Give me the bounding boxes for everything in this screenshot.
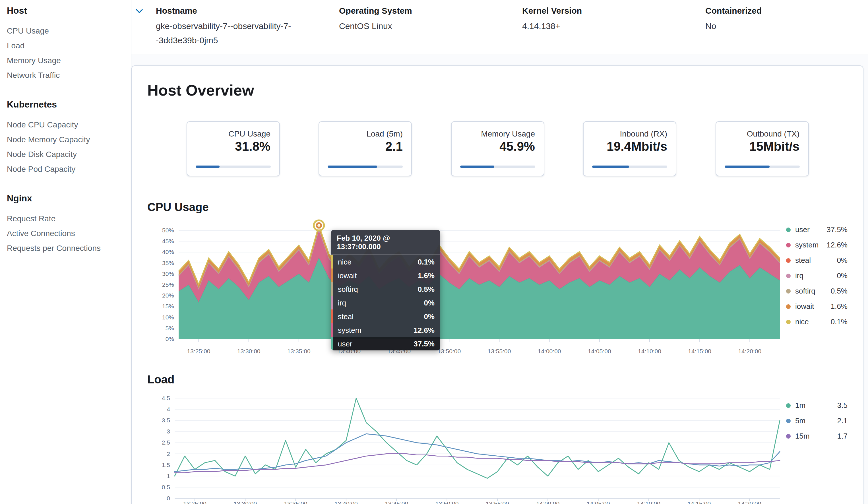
cpu-usage-chart[interactable]: 0%5%10%15%20%25%30%35%40%45%50%13:25:001… [147, 221, 848, 362]
page-title: Host Overview [147, 82, 254, 100]
load-plot[interactable]: 00.511.522.533.544.513:25:0013:30:0013:3… [147, 392, 796, 504]
tooltip-row-system: system12.6% [331, 323, 440, 337]
sidebar-item-node-cpu-capacity[interactable]: Node CPU Capacity [7, 117, 124, 132]
metadata-value: CentOS Linux [339, 19, 503, 33]
tooltip-series-name: user [338, 339, 352, 348]
sidebar-item-network-traffic[interactable]: Network Traffic [7, 68, 124, 82]
metric-progress-track [592, 166, 667, 168]
metadata-fields: Hostnamegke-observability-7--observabili… [156, 4, 868, 47]
svg-text:3: 3 [167, 428, 170, 435]
legend-item-steal[interactable]: steal0% [786, 255, 848, 266]
tooltip-row-nice: nice0.1% [331, 255, 440, 268]
svg-text:13:55:00: 13:55:00 [486, 500, 509, 504]
tooltip-row-softirq: softirq0.5% [331, 282, 440, 296]
legend-value: 37.5% [822, 224, 848, 235]
svg-text:4.5: 4.5 [162, 395, 170, 401]
sidebar-item-cpu-usage[interactable]: CPU Usage [7, 23, 124, 38]
legend-dot-icon [786, 403, 790, 408]
series-color-stripe [331, 282, 333, 296]
legend-item-irq[interactable]: irq0% [786, 270, 848, 281]
svg-text:5%: 5% [166, 325, 174, 331]
cpu-chart-legend: user37.5%system12.6%steal0%irq0%softirq0… [786, 224, 848, 327]
sidebar-item-node-disk-capacity[interactable]: Node Disk Capacity [7, 147, 124, 162]
metric-progress-fill [724, 166, 769, 168]
metadata-label: Operating System [339, 4, 508, 17]
svg-text:13:25:00: 13:25:00 [187, 348, 210, 354]
tooltip-row-steal: steal0% [331, 309, 440, 323]
metadata-field-kernel-version: Kernel Version4.14.138+ [522, 4, 705, 47]
legend-name: system [795, 239, 818, 250]
cpu-usage-plot[interactable]: 0%5%10%15%20%25%30%35%40%45%50%13:25:001… [147, 221, 796, 360]
series-color-stripe [331, 255, 333, 268]
legend-dot-icon [786, 319, 790, 324]
sidebar-item-node-memory-capacity[interactable]: Node Memory Capacity [7, 132, 124, 147]
series-color-stripe [331, 309, 333, 323]
sidebar-item-request-rate[interactable]: Request Rate [7, 211, 124, 226]
legend-item-nice[interactable]: nice0.1% [786, 316, 848, 327]
legend-item-user[interactable]: user37.5% [786, 224, 848, 235]
legend-item-5m[interactable]: 5m2.1 [786, 415, 848, 426]
legend-value: 0.1% [826, 316, 848, 327]
series-color-stripe [331, 323, 333, 337]
sidebar-heading-kubernetes: Kubernetes [7, 100, 124, 110]
legend-name: 15m [795, 431, 810, 441]
collapse-metadata-chevron-down-icon[interactable] [135, 6, 144, 16]
metric-value: 45.9% [460, 140, 535, 154]
metric-label: CPU Usage [195, 129, 270, 138]
svg-text:40%: 40% [162, 249, 174, 255]
svg-text:20%: 20% [162, 292, 174, 299]
sidebar-item-active-connections[interactable]: Active Connections [7, 226, 124, 240]
series-color-stripe [331, 337, 333, 350]
metric-label: Memory Usage [460, 129, 535, 138]
legend-dot-icon [786, 289, 790, 293]
legend-item-15m[interactable]: 15m1.7 [786, 431, 848, 441]
legend-item-1m[interactable]: 1m3.5 [786, 400, 848, 411]
legend-item-system[interactable]: system12.6% [786, 239, 848, 250]
host-metadata-header: Hostnamegke-observability-7--observabili… [131, 0, 868, 55]
series-color-stripe [331, 268, 333, 282]
metric-value: 31.8% [195, 140, 270, 154]
svg-text:13:25:00: 13:25:00 [183, 500, 206, 504]
metric-card-cpu-usage: CPU Usage31.8% [186, 121, 280, 176]
tooltip-row-iowait: iowait1.6% [331, 268, 440, 282]
chart-tooltip: Feb 10, 2020 @ 13:37:00.000 nice0.1%iowa… [331, 230, 440, 350]
sidebar-section-host: HostCPU UsageLoadMemory UsageNetwork Tra… [7, 6, 124, 82]
legend-dot-icon [786, 258, 790, 263]
tooltip-row-irq: irq0% [331, 296, 440, 309]
svg-text:2: 2 [167, 451, 170, 457]
svg-text:0.5: 0.5 [162, 484, 170, 490]
tooltip-series-value: 0% [424, 298, 435, 307]
svg-text:14:20:00: 14:20:00 [738, 500, 761, 504]
legend-dot-icon [786, 304, 790, 309]
tooltip-series-name: steal [338, 312, 353, 320]
legend-name: irq [795, 270, 804, 281]
metric-label: Outbound (TX) [724, 129, 799, 138]
metadata-label: Hostname [156, 4, 326, 17]
svg-text:0%: 0% [166, 336, 174, 342]
tooltip-series-name: softirq [338, 285, 358, 293]
tooltip-series-value: 1.6% [418, 271, 435, 280]
legend-item-softirq[interactable]: softirq0.5% [786, 286, 848, 296]
svg-text:0: 0 [167, 495, 170, 502]
sidebar-item-memory-usage[interactable]: Memory Usage [7, 53, 124, 68]
sidebar-heading-nginx: Nginx [7, 193, 124, 204]
sidebar-item-load[interactable]: Load [7, 38, 124, 53]
svg-text:14:00:00: 14:00:00 [538, 348, 561, 354]
svg-text:13:55:00: 13:55:00 [488, 348, 511, 354]
metric-progress-track [328, 166, 403, 168]
legend-value: 0.5% [826, 286, 848, 296]
svg-text:14:10:00: 14:10:00 [638, 348, 661, 354]
svg-text:15%: 15% [162, 303, 174, 309]
legend-item-iowait[interactable]: iowait1.6% [786, 301, 848, 312]
tooltip-row-user: user37.5% [331, 337, 440, 350]
legend-value: 1.7 [833, 431, 848, 441]
sidebar-item-requests-per-connections[interactable]: Requests per Connections [7, 240, 124, 255]
legend-value: 0% [832, 270, 848, 281]
metadata-field-containerized: ContainerizedNo [705, 4, 868, 47]
svg-text:2.5: 2.5 [162, 439, 170, 446]
load-chart[interactable]: 00.511.522.533.544.513:25:0013:30:0013:3… [147, 392, 848, 504]
legend-name: steal [795, 255, 811, 266]
tooltip-title: Feb 10, 2020 @ 13:37:00.000 [331, 230, 440, 255]
metric-progress-track [195, 166, 270, 168]
sidebar-item-node-pod-capacity[interactable]: Node Pod Capacity [7, 162, 124, 176]
